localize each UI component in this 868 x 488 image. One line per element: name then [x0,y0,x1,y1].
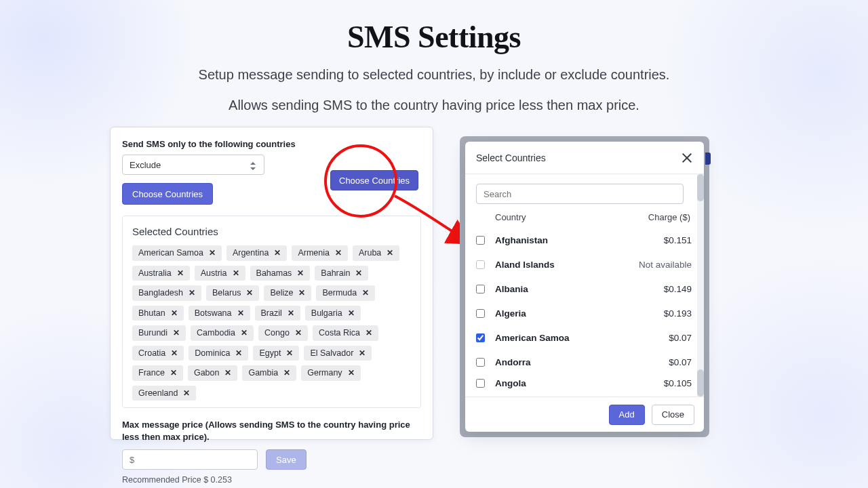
country-row: Algeria$0.193 [476,301,692,325]
save-button[interactable]: Save [266,449,307,470]
country-chip-label: El Salvador [310,349,353,358]
country-charge: $0.193 [631,308,692,319]
selected-countries-chips: American Samoa✕Argentina✕Armenia✕Aruba✕A… [132,245,411,401]
country-table-header: Country Charge ($) [476,212,692,226]
country-checkbox[interactable] [476,309,485,318]
country-chip: Belize✕ [264,285,311,301]
remove-chip-icon[interactable]: ✕ [274,249,281,257]
country-chip-label: American Samoa [138,249,203,258]
modal-edge-accent [705,152,711,165]
country-chip: France✕ [132,365,183,381]
choose-countries-button[interactable]: Choose Countries [122,183,213,205]
include-exclude-select[interactable]: Exclude [122,155,264,175]
remove-chip-icon[interactable]: ✕ [348,309,355,317]
remove-chip-icon[interactable]: ✕ [177,269,184,277]
close-button[interactable]: Close [652,405,694,425]
remove-chip-icon[interactable]: ✕ [359,349,366,357]
country-chip-label: Bermuda [322,289,357,298]
remove-chip-icon[interactable]: ✕ [235,349,242,357]
country-row: Aland IslandsNot available [476,252,692,277]
remove-chip-icon[interactable]: ✕ [171,309,178,317]
page-subtitle-2: Allows sending SMS to the country having… [0,95,868,116]
country-checkbox[interactable] [476,236,485,245]
modal-scrollbar-track[interactable] [697,174,704,396]
country-charge: $0.07 [631,333,692,343]
country-checkbox[interactable] [476,358,485,367]
country-row: American Samoa$0.07 [476,325,692,350]
country-chip-label: Bahrain [321,269,350,278]
remove-chip-icon[interactable]: ✕ [288,309,294,317]
country-chip-label: Costa Rica [319,329,360,338]
remove-chip-icon[interactable]: ✕ [237,309,244,317]
country-checkbox[interactable] [476,333,485,342]
country-rows: Afghanistan$0.151Aland IslandsNot availa… [476,228,692,392]
col-charge: Charge ($) [629,212,690,222]
country-chip-label: Belize [270,289,293,298]
remove-chip-icon[interactable]: ✕ [348,369,355,377]
remove-chip-icon[interactable]: ✕ [224,369,231,377]
country-name: Albania [495,284,631,294]
selected-countries-title: Selected Countries [132,226,411,237]
remove-chip-icon[interactable]: ✕ [335,249,342,257]
country-charge: $0.149 [631,284,692,294]
remove-chip-icon[interactable]: ✕ [171,349,178,357]
remove-chip-icon[interactable]: ✕ [295,329,302,337]
add-button[interactable]: Add [609,405,645,425]
country-chip: Croatia✕ [132,346,184,361]
country-charge: $0.151 [631,235,692,245]
remove-chip-icon[interactable]: ✕ [209,249,216,257]
country-chip-label: Belarus [212,289,241,298]
country-name: Angola [495,378,631,388]
country-chip: El Salvador✕ [304,346,372,361]
country-chip: Burundi✕ [132,325,186,341]
country-name: American Samoa [495,333,631,343]
country-checkbox[interactable] [476,379,485,388]
country-chip: Armenia✕ [292,245,348,261]
country-chip-label: France [138,369,165,378]
country-chip: Germany✕ [301,365,360,381]
remove-chip-icon[interactable]: ✕ [297,269,304,277]
remove-chip-icon[interactable]: ✕ [283,369,290,377]
remove-chip-icon[interactable]: ✕ [173,329,180,337]
remove-chip-icon[interactable]: ✕ [183,389,190,397]
country-chip: Bhutan✕ [132,306,184,321]
remove-chip-icon[interactable]: ✕ [286,349,293,357]
country-chip: Bahrain✕ [315,266,368,281]
country-chip: Brazil✕ [255,306,300,321]
country-chip: Greenland✕ [132,386,196,401]
country-chip-label: Germany [307,369,342,378]
country-chip-label: Botswana [195,309,232,318]
selected-countries-box: Selected Countries American Samoa✕Argent… [122,216,421,408]
country-chip: Argentina✕ [226,245,288,261]
remove-chip-icon[interactable]: ✕ [355,269,362,277]
recommended-price: Recommended Price $ 0.253 [122,475,421,485]
country-chip-label: Cambodia [197,329,235,338]
country-row: Angola$0.105 [476,374,692,392]
country-search-input[interactable] [476,184,684,204]
remove-chip-icon[interactable]: ✕ [366,329,372,337]
country-checkbox[interactable] [476,260,485,269]
country-chip: Austria✕ [195,266,245,281]
country-chip-label: Burundi [138,329,167,338]
select-countries-modal: Select Countries Country Charge ($) Afgh… [465,142,704,432]
country-name: Aland Islands [495,260,631,270]
close-icon[interactable] [681,152,693,164]
country-chip-label: Bhutan [138,309,165,318]
country-checkbox[interactable] [476,285,485,293]
remove-chip-icon[interactable]: ✕ [298,289,305,297]
country-chip-label: Dominica [195,349,230,358]
modal-scrollbar-thumb-top[interactable] [697,174,704,201]
remove-chip-icon[interactable]: ✕ [246,289,253,297]
remove-chip-icon[interactable]: ✕ [387,249,393,257]
country-chip: Belarus✕ [206,285,259,301]
remove-chip-icon[interactable]: ✕ [362,289,369,297]
modal-scrollbar-thumb-bottom[interactable] [697,369,704,396]
remove-chip-icon[interactable]: ✕ [241,329,248,337]
country-chip-label: Gambia [248,369,278,378]
remove-chip-icon[interactable]: ✕ [233,269,239,277]
remove-chip-icon[interactable]: ✕ [189,289,195,297]
modal-title: Select Countries [476,152,546,163]
country-chip: Egypt✕ [253,346,299,361]
remove-chip-icon[interactable]: ✕ [170,369,177,377]
max-price-input[interactable] [122,449,258,470]
